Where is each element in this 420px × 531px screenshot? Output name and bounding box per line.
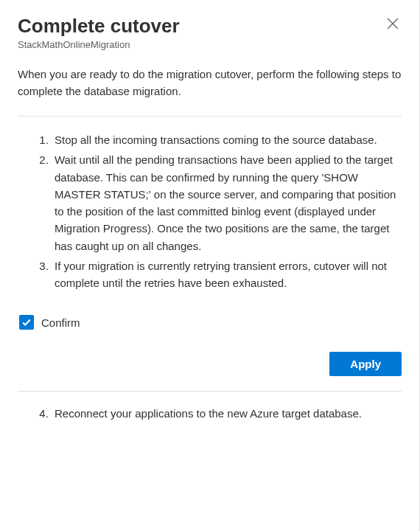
checkmark-icon [21,317,32,327]
steps-list-secondary: Reconnect your applications to the new A… [18,405,402,422]
divider [18,391,402,392]
close-icon [387,18,399,30]
confirm-row: Confirm [18,315,402,330]
steps-list-primary: Stop all the incoming transactions comin… [18,131,402,291]
button-row: Apply [18,352,402,376]
apply-button[interactable]: Apply [329,352,402,376]
dialog-title: Complete cutover [18,15,180,38]
dialog-subtitle: StackMathOnlineMigration [18,39,402,50]
divider [18,116,402,117]
confirm-checkbox[interactable] [19,315,34,330]
step-item: Wait until all the pending transactions … [52,151,402,254]
close-button[interactable] [384,15,402,32]
intro-text: When you are ready to do the migration c… [18,66,402,100]
step-item: If your migration is currently retrying … [52,257,402,292]
step-item: Reconnect your applications to the new A… [52,405,402,422]
confirm-label: Confirm [41,316,80,329]
step-item: Stop all the incoming transactions comin… [52,131,402,148]
